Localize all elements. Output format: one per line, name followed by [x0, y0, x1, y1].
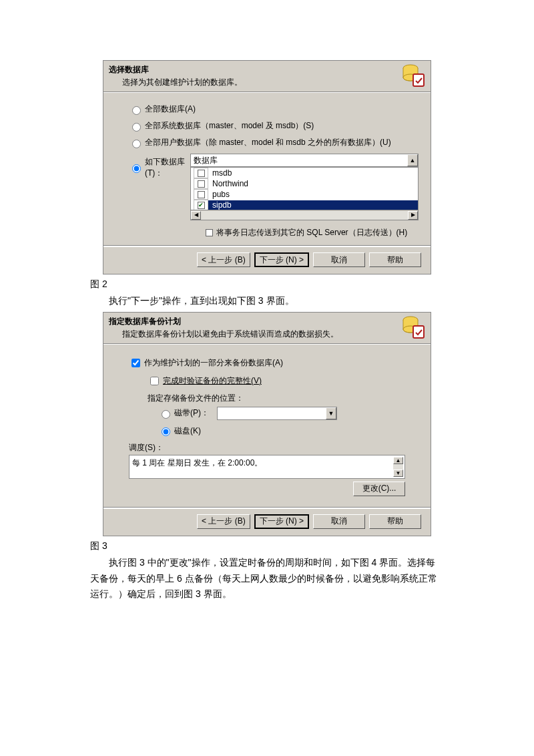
change-button[interactable]: 更改(C)... [353, 482, 405, 496]
checkbox-icon[interactable] [198, 180, 205, 188]
radio-user-databases[interactable]: 全部用户数据库（除 master、model 和 msdb 之外的所有数据库）(… [129, 137, 419, 148]
next-button[interactable]: 下一步 (N) > [254, 514, 309, 529]
dialog1-body: 全部数据库(A) 全部系统数据库（master、model 及 msdb）(S)… [103, 93, 431, 245]
db-item-label: msdb [208, 168, 418, 178]
scroll-up-icon[interactable]: ▲ [393, 457, 403, 464]
radio-system-databases[interactable]: 全部系统数据库（master、model 及 msdb）(S) [129, 120, 419, 132]
database-combo-label: 数据库 [194, 155, 218, 166]
list-item[interactable]: ✔ sipdb [191, 200, 418, 210]
next-button[interactable]: 下一步 (N) > [254, 252, 309, 267]
combo-arrow-icon[interactable]: ▲ [407, 154, 418, 166]
dialog1-title: 选择数据库 [109, 64, 425, 75]
back-button[interactable]: < 上一步 (B) [197, 252, 250, 267]
radio-all-input[interactable] [132, 106, 141, 115]
db-item-label: Northwind [208, 179, 418, 188]
dialog2-body: 作为维护计划的一部分来备份数据库(A) 完成时验证备份的完整性(V) 指定存储备… [103, 345, 431, 507]
list-item[interactable]: pubs [191, 189, 418, 200]
location-label: 指定存储备份文件的位置： [148, 393, 419, 404]
checkbox-icon[interactable] [198, 191, 205, 198]
log-shipping-checkbox-row[interactable]: 将事务日志传送到其它的 SQL Server（日志传送）(H) [206, 227, 419, 238]
backup-as-plan-label: 作为维护计划的一部分来备份数据库(A) [144, 357, 283, 369]
radio-user-label: 全部用户数据库（除 master、model 和 msdb 之外的所有数据库）(… [145, 137, 391, 148]
help-button[interactable]: 帮助 [369, 514, 421, 529]
svg-rect-2 [413, 74, 424, 86]
dialog-backup-plan: 指定数据库备份计划 指定数据库备份计划以避免由于系统错误而造成的数据损失。 作为… [103, 312, 431, 536]
back-button[interactable]: < 上一步 (B) [197, 514, 250, 529]
dialog2-button-row: < 上一步 (B) 下一步 (N) > 取消 帮助 [103, 508, 431, 536]
checkbox-icon[interactable] [198, 170, 205, 177]
radio-all-label: 全部数据库(A) [145, 104, 196, 115]
radio-these-label: 如下数据库(T)： [145, 156, 190, 179]
verify-backup-checkbox[interactable]: 完成时验证备份的完整性(V) [148, 375, 419, 387]
schedule-label: 调度(S)： [129, 442, 419, 453]
database-list[interactable]: msdb Northwind pubs ✔ sipdb [190, 167, 419, 220]
tape-dropdown[interactable]: ▼ [217, 407, 337, 420]
figure-3-caption: 图 3 [90, 540, 444, 552]
backup-as-plan-input[interactable] [131, 359, 140, 367]
radio-these-input[interactable] [132, 164, 141, 173]
list-item[interactable]: msdb [191, 168, 418, 178]
scroll-left-icon[interactable]: ◀ [191, 211, 201, 220]
dialog2-header: 指定数据库备份计划 指定数据库备份计划以避免由于系统错误而造成的数据损失。 [103, 313, 431, 343]
database-plan-icon [401, 63, 425, 87]
vertical-scrollbar[interactable]: ▲ ▼ [393, 457, 403, 477]
dialog1-subtitle: 选择为其创建维护计划的数据库。 [109, 77, 425, 88]
list-item[interactable]: Northwind [191, 178, 418, 189]
dialog1-button-row: < 上一步 (B) 下一步 (N) > 取消 帮助 [103, 246, 431, 274]
paragraph-2: 执行图 3 中的"更改"操作，设置定时备份的周期和时间，如下图 4 界面。选择每… [90, 555, 444, 602]
radio-user-input[interactable] [132, 140, 141, 148]
radio-tape-input[interactable] [162, 410, 170, 419]
checkbox-icon[interactable] [206, 229, 213, 236]
database-combo-header[interactable]: 数据库 ▲ [190, 154, 419, 167]
dialog2-subtitle: 指定数据库备份计划以避免由于系统错误而造成的数据损失。 [109, 329, 425, 340]
scroll-down-icon[interactable]: ▼ [393, 469, 403, 477]
radio-tape-label: 磁带(P)： [174, 407, 209, 419]
figure-2-caption: 图 2 [90, 278, 444, 291]
scroll-right-icon[interactable]: ▶ [408, 211, 418, 220]
radio-tape[interactable]: 磁带(P)： ▼ [158, 407, 419, 420]
checkbox-checked-icon[interactable]: ✔ [198, 202, 205, 209]
dialog1-header: 选择数据库 选择为其创建维护计划的数据库。 [103, 61, 431, 91]
database-plan-icon [401, 315, 425, 339]
radio-system-label: 全部系统数据库（master、model 及 msdb）(S) [145, 120, 314, 132]
paragraph-1: 执行"下一步"操作，直到出现如下图 3 界面。 [90, 293, 444, 309]
chevron-down-icon[interactable]: ▼ [326, 407, 336, 419]
cancel-button[interactable]: 取消 [313, 252, 365, 267]
log-shipping-label: 将事务日志传送到其它的 SQL Server（日志传送）(H) [216, 227, 407, 238]
verify-backup-label: 完成时验证备份的完整性(V) [163, 375, 262, 387]
schedule-textbox[interactable]: 每 1 周在 星期日 发生，在 2:00:00。 ▲ ▼ [129, 455, 405, 479]
db-item-label: pubs [208, 190, 418, 199]
dialog-select-database: 选择数据库 选择为其创建维护计划的数据库。 全部数据库(A) 全部系统数据库（m… [103, 60, 431, 274]
scroll-track[interactable] [393, 464, 403, 469]
dialog2-title: 指定数据库备份计划 [109, 316, 425, 327]
scroll-track[interactable] [201, 211, 408, 220]
help-button[interactable]: 帮助 [369, 252, 421, 267]
radio-all-databases[interactable]: 全部数据库(A) [129, 104, 419, 115]
schedule-text: 每 1 周在 星期日 发生，在 2:00:00。 [132, 458, 262, 467]
horizontal-scrollbar[interactable]: ◀ ▶ [191, 210, 418, 220]
radio-disk-input[interactable] [162, 427, 170, 436]
svg-rect-5 [413, 326, 424, 338]
backup-as-plan-checkbox[interactable]: 作为维护计划的一部分来备份数据库(A) [129, 357, 419, 369]
cancel-button[interactable]: 取消 [313, 514, 365, 529]
radio-disk-label: 磁盘(K) [174, 425, 201, 437]
verify-backup-input[interactable] [150, 377, 159, 385]
radio-system-input[interactable] [132, 123, 141, 132]
radio-these-databases[interactable]: 如下数据库(T)： [129, 156, 190, 179]
radio-disk[interactable]: 磁盘(K) [158, 425, 419, 437]
db-item-label: sipdb [208, 200, 418, 210]
